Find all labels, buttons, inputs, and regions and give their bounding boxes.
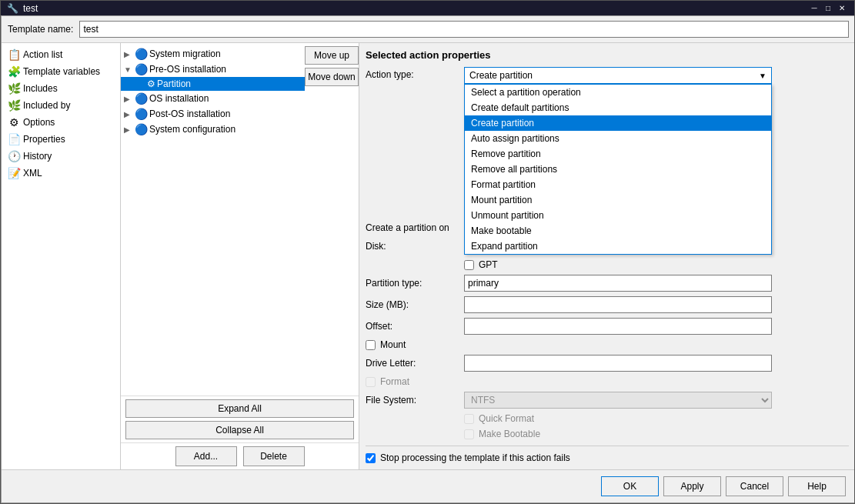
- tree-node-post-os-installation[interactable]: ▶ 🔵 Post-OS installation: [121, 106, 305, 122]
- move-buttons: Move up Move down: [305, 43, 359, 396]
- tree-node-system-migration[interactable]: ▶ 🔵 System migration: [121, 46, 305, 62]
- system-migration-icon: 🔵: [135, 48, 148, 60]
- stop-processing-checkbox[interactable]: [366, 453, 376, 463]
- action-type-label: Action type:: [366, 67, 458, 80]
- action-type-dropdown-list: Select a partition operation Create defa…: [464, 84, 772, 255]
- dropdown-item-select[interactable]: Select a partition operation: [465, 85, 771, 100]
- cancel-button[interactable]: Cancel: [726, 476, 783, 496]
- os-icon: 🔵: [135, 92, 148, 105]
- template-name-input[interactable]: [79, 21, 849, 38]
- partition-icon: ⚙: [147, 78, 155, 89]
- sidebar-item-action-list[interactable]: 📋 Action list: [2, 46, 120, 63]
- collapse-all-button[interactable]: Collapse All: [125, 421, 354, 439]
- dropdown-arrow-icon: ▼: [759, 72, 766, 80]
- tree-node-partition[interactable]: ⚙ Partition: [121, 77, 305, 91]
- sidebar-item-options[interactable]: ⚙ Options: [2, 114, 120, 131]
- pre-os-label: Pre-OS installation: [149, 64, 226, 75]
- template-name-label: Template name:: [8, 24, 73, 35]
- tree-content: ▶ 🔵 System migration ▼ 🔵 Pre-OS installa…: [121, 43, 305, 396]
- file-system-select[interactable]: NTFS: [464, 392, 772, 409]
- sidebar-item-template-variables[interactable]: 🧩 Template variables: [2, 63, 120, 80]
- move-up-button[interactable]: Move up: [305, 46, 359, 65]
- drive-letter-row: Drive Letter:: [366, 355, 849, 372]
- sidebar-item-action-list-label: Action list: [23, 49, 62, 60]
- tree-node-os-installation[interactable]: ▶ 🔵 OS installation: [121, 91, 305, 106]
- quick-format-checkbox[interactable]: [464, 414, 474, 424]
- gpt-checkbox[interactable]: [464, 260, 474, 270]
- maximize-button[interactable]: □: [822, 2, 834, 15]
- sidebar-item-includes-label: Includes: [23, 83, 58, 94]
- delete-button[interactable]: Delete: [243, 446, 305, 466]
- expand-icon-pre-os: ▼: [124, 65, 133, 74]
- quick-format-row: Quick Format: [366, 413, 849, 424]
- dropdown-item-auto-assign[interactable]: Auto assign partitions: [465, 131, 771, 146]
- gpt-row: GPT: [366, 259, 849, 270]
- make-bootable-checkbox[interactable]: [464, 429, 474, 439]
- dropdown-item-create-default[interactable]: Create default partitions: [465, 100, 771, 115]
- help-button[interactable]: Help: [788, 476, 846, 496]
- os-installation-label: OS installation: [149, 93, 209, 104]
- gpt-label: GPT: [479, 259, 498, 270]
- disk-label: Disk:: [366, 241, 458, 252]
- action-type-row: Action type: Create partition ▼ Select a…: [366, 67, 849, 84]
- sidebar-item-history-label: History: [23, 151, 52, 162]
- dropdown-item-make-bootable[interactable]: Make bootable: [465, 223, 771, 239]
- expand-all-button[interactable]: Expand All: [125, 399, 354, 418]
- sidebar-item-template-variables-label: Template variables: [23, 66, 100, 77]
- format-checkbox[interactable]: [366, 377, 376, 387]
- drive-letter-input[interactable]: [464, 355, 772, 372]
- dialog-buttons: OK Apply Cancel Help: [2, 469, 855, 502]
- mount-label: Mount: [380, 339, 406, 350]
- make-bootable-row: Make Bootable: [366, 429, 849, 439]
- template-name-bar: Template name:: [2, 16, 855, 43]
- dropdown-item-unmount-partition[interactable]: Unmount partition: [465, 208, 771, 223]
- included-by-icon: 🌿: [8, 99, 20, 112]
- size-input[interactable]: [464, 296, 772, 313]
- section-title: Selected action properties: [366, 49, 849, 61]
- minimize-button[interactable]: ─: [808, 2, 820, 15]
- dropdown-item-create-partition[interactable]: Create partition: [465, 115, 771, 131]
- includes-icon: 🌿: [8, 82, 20, 95]
- close-button[interactable]: ✕: [836, 2, 848, 15]
- mount-checkbox[interactable]: [366, 340, 376, 350]
- dropdown-item-expand-partition[interactable]: Expand partition: [465, 239, 771, 254]
- file-system-label: File System:: [366, 395, 458, 406]
- dropdown-item-mount-partition[interactable]: Mount partition: [465, 192, 771, 208]
- sidebar-item-included-by[interactable]: 🌿 Included by: [2, 97, 120, 114]
- move-down-button[interactable]: Move down: [305, 68, 359, 86]
- action-type-dropdown[interactable]: Create partition ▼: [464, 67, 772, 84]
- sidebar-item-properties-label: Properties: [23, 134, 65, 145]
- system-configuration-label: System configuration: [149, 124, 235, 135]
- sidebar-item-properties[interactable]: 📄 Properties: [2, 131, 120, 148]
- sidebar-item-history[interactable]: 🕐 History: [2, 148, 120, 165]
- add-button[interactable]: Add...: [175, 446, 237, 466]
- format-row: Format: [366, 376, 849, 387]
- make-bootable-label: Make Bootable: [479, 429, 540, 439]
- partition-type-input[interactable]: [464, 275, 772, 292]
- action-type-dropdown-container: Create partition ▼ Select a partition op…: [464, 67, 772, 84]
- sidebar-item-includes[interactable]: 🌿 Includes: [2, 80, 120, 97]
- options-icon: ⚙: [8, 116, 20, 129]
- dropdown-item-format-partition[interactable]: Format partition: [465, 177, 771, 192]
- offset-input[interactable]: [464, 318, 772, 335]
- sidebar-item-included-by-label: Included by: [23, 100, 70, 111]
- ok-button[interactable]: OK: [601, 476, 659, 496]
- stop-processing-row: Stop processing the template if this act…: [366, 446, 849, 463]
- post-os-label: Post-OS installation: [149, 108, 230, 119]
- pre-os-icon: 🔵: [135, 63, 148, 75]
- dropdown-item-remove-all[interactable]: Remove all partitions: [465, 162, 771, 177]
- expand-icon-sys-config: ▶: [124, 125, 133, 134]
- apply-button[interactable]: Apply: [663, 476, 721, 496]
- system-migration-label: System migration: [149, 48, 221, 59]
- tree-node-pre-os-installation[interactable]: ▼ 🔵 Pre-OS installation: [121, 62, 305, 77]
- offset-row: Offset:: [366, 318, 849, 335]
- quick-format-label: Quick Format: [479, 413, 534, 424]
- dropdown-item-remove-partition[interactable]: Remove partition: [465, 146, 771, 162]
- file-system-row: File System: NTFS: [366, 392, 849, 409]
- action-type-value: Create partition: [469, 70, 533, 81]
- stop-processing-label: Stop processing the template if this act…: [380, 452, 570, 463]
- sidebar-item-xml[interactable]: 📝 XML: [2, 165, 120, 182]
- tree-node-system-configuration[interactable]: ▶ 🔵 System configuration: [121, 122, 305, 137]
- drive-letter-label: Drive Letter:: [366, 358, 458, 369]
- partition-type-row: Partition type:: [366, 275, 849, 292]
